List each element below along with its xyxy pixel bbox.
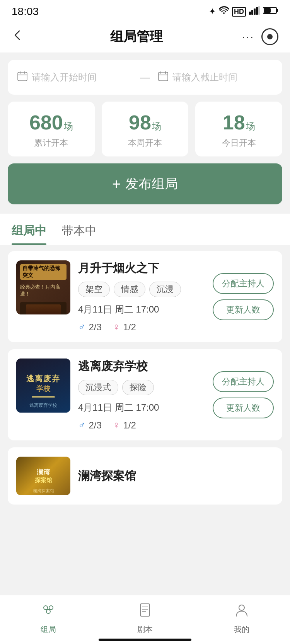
battery-icon (263, 7, 278, 17)
stat-today-unit: 场 (246, 121, 255, 131)
card-2-tag-0: 沉浸式 (78, 380, 118, 395)
stat-week: 98场 本周开本 (102, 102, 189, 156)
card-2-title: 逃离废弃学校 (78, 359, 201, 374)
calendar-start-icon (17, 71, 28, 84)
stat-today: 18场 今日开本 (195, 102, 282, 156)
nav-item-profile[interactable]: 我的 (233, 602, 250, 635)
stat-week-label: 本周开本 (108, 137, 183, 149)
card-2-info: 逃离废弃学校 沉浸式 探险 4月11日 周二 17:00 ♂ 2/3 ♀ 1/2 (78, 359, 201, 431)
nav-actions: ··· (242, 28, 278, 45)
publish-button[interactable]: + 发布组局 (8, 163, 282, 204)
stat-total-unit: 场 (64, 121, 73, 131)
signal-icon (249, 6, 260, 17)
status-time: 18:03 (12, 5, 39, 18)
assign-host-btn-2[interactable]: 分配主持人 (213, 371, 274, 392)
card-2-tag-1: 探险 (122, 380, 154, 395)
card-2-players: ♂ 2/3 ♀ 1/2 (78, 419, 201, 431)
card-1-players: ♂ 2/3 ♀ 1/2 (78, 321, 201, 333)
svg-rect-6 (276, 9, 278, 12)
stat-total: 680场 累计开本 (8, 102, 95, 156)
cards-section: 自带冷气的恐怖突文 经典必查！月内高遭！ 月升于烟火之下 架空 情感 沉浸 (0, 245, 290, 518)
end-date-placeholder: 请输入截止时间 (172, 71, 237, 83)
svg-rect-3 (256, 7, 258, 15)
svg-rect-4 (258, 6, 260, 15)
nav-item-group[interactable]: 组局 (40, 602, 57, 635)
stats-section: 680场 累计开本 98场 本周开本 18场 今日开本 (8, 102, 282, 156)
card-3-title: 澜湾探案馆 (78, 468, 136, 484)
svg-rect-1 (251, 10, 253, 15)
card-1-tag-2: 沉浸 (149, 282, 181, 297)
card-1-tag-1: 情感 (114, 282, 145, 297)
hd-icon: HD (232, 7, 246, 17)
target-icon[interactable] (261, 28, 278, 45)
status-icons: ✦ HD (209, 6, 278, 17)
game-card-partial: 澜湾 探案馆 澜湾探案馆 澜湾探案馆 (8, 447, 282, 505)
card-2-tags: 沉浸式 探险 (78, 380, 201, 395)
card-2-datetime: 4月11日 周二 17:00 (78, 401, 201, 414)
bottom-nav: 组局 剧本 我的 (0, 595, 290, 644)
nav-header: 组局管理 ··· (0, 21, 290, 53)
card-1-datetime: 4月11日 周二 17:00 (78, 303, 201, 316)
card-1-image: 自带冷气的恐怖突文 经典必查！月内高遭！ (16, 260, 70, 314)
status-bar: 18:03 ✦ HD (0, 0, 290, 21)
card-2-female-players: ♀ 1/2 (113, 419, 136, 431)
card-1-title: 月升于烟火之下 (78, 260, 201, 276)
page-title: 组局管理 (110, 28, 163, 46)
stat-today-label: 今日开本 (201, 137, 276, 149)
card-1-top: 自带冷气的恐怖突文 经典必查！月内高遭！ 月升于烟火之下 架空 情感 沉浸 (16, 260, 274, 333)
svg-rect-12 (159, 72, 168, 81)
tabs-row: 组局中 带本中 (12, 223, 278, 245)
svg-point-25 (239, 605, 244, 610)
card-1-female-players: ♀ 1/2 (113, 321, 136, 333)
svg-point-18 (46, 610, 50, 613)
publish-label: 发布组局 (125, 175, 178, 193)
nav-label-script: 剧本 (137, 624, 153, 635)
female-icon-2: ♀ (113, 419, 120, 431)
male-icon-1: ♂ (78, 321, 86, 333)
script-icon (136, 602, 154, 622)
wifi-icon (219, 6, 229, 17)
partial-card-inner: 澜湾 探案馆 澜湾探案馆 澜湾探案馆 (16, 457, 274, 495)
game-card-2: 逃离废弃 学校 逃离废弃学校 逃离废弃学校 沉浸式 探险 4月11日 周二 17… (8, 349, 282, 440)
end-date-wrap[interactable]: 请输入截止时间 (158, 71, 273, 84)
date-range-divider: — (137, 71, 153, 83)
stat-week-number: 98 (129, 111, 151, 134)
card-1-info: 月升于烟火之下 架空 情感 沉浸 4月11日 周二 17:00 ♂ 2/3 ♀ … (78, 260, 201, 333)
tab-hosting[interactable]: 带本中 (62, 223, 97, 245)
card-2-image: 逃离废弃 学校 逃离废弃学校 (16, 359, 70, 413)
date-filter-section: 请输入开始时间 — 请输入截止时间 (8, 60, 282, 95)
card-2-actions: 分配主持人 更新人数 (213, 359, 274, 431)
stat-today-number: 18 (223, 111, 245, 134)
stat-total-label: 累计开本 (14, 137, 89, 149)
svg-rect-21 (140, 604, 150, 616)
card-2-male-players: ♂ 2/3 (78, 419, 102, 431)
card-1-tags: 架空 情感 沉浸 (78, 282, 201, 297)
male-icon-2: ♂ (78, 419, 86, 431)
svg-point-16 (44, 606, 48, 610)
nav-label-profile: 我的 (234, 624, 249, 635)
bluetooth-icon: ✦ (209, 7, 216, 17)
card-2-male-count: 2/3 (89, 420, 102, 431)
card-1-actions: 分配主持人 更新人数 (213, 260, 274, 333)
svg-rect-0 (249, 12, 251, 15)
nav-label-group: 组局 (41, 624, 56, 635)
update-count-btn-2[interactable]: 更新人数 (213, 398, 274, 418)
card-1-male-players: ♂ 2/3 (78, 321, 102, 333)
card-2-top: 逃离废弃 学校 逃离废弃学校 逃离废弃学校 沉浸式 探险 4月11日 周二 17… (16, 359, 274, 431)
home-indicator (99, 639, 191, 641)
back-button[interactable] (12, 29, 31, 44)
profile-icon (233, 602, 250, 622)
update-count-btn-1[interactable]: 更新人数 (213, 299, 274, 320)
female-icon-1: ♀ (113, 321, 120, 333)
calendar-end-icon (158, 71, 169, 84)
stat-total-number: 680 (29, 111, 63, 134)
more-options-icon[interactable]: ··· (242, 31, 254, 43)
publish-plus-icon: + (112, 176, 121, 192)
game-card-1: 自带冷气的恐怖突文 经典必查！月内高遭！ 月升于烟火之下 架空 情感 沉浸 (8, 251, 282, 342)
tab-active-games[interactable]: 组局中 (12, 223, 46, 245)
assign-host-btn-1[interactable]: 分配主持人 (213, 273, 274, 294)
svg-rect-7 (264, 8, 271, 13)
nav-item-script[interactable]: 剧本 (136, 602, 154, 635)
start-date-wrap[interactable]: 请输入开始时间 (17, 71, 132, 84)
svg-rect-8 (18, 72, 27, 81)
